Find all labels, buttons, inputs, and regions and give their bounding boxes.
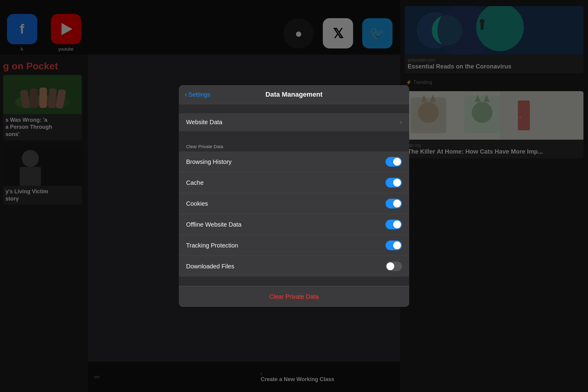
website-data-label: Website Data [186,119,222,126]
browsing-history-label: Browsing History [186,158,232,165]
website-data-group: Website Data › [179,113,409,131]
modal-footer: Clear Private Data [179,286,409,307]
cookies-toggle[interactable] [386,199,402,208]
website-data-chevron-icon: › [400,119,402,125]
modal-title: Data Management [266,91,322,98]
tracking-protection-label: Tracking Protection [186,242,238,249]
header-spacer [179,104,409,113]
toggle-knob [386,262,394,270]
cookies-label: Cookies [186,200,208,207]
browsing-history-toggle[interactable] [386,157,402,167]
website-data-row[interactable]: Website Data › [179,113,409,131]
toggle-row-downloaded-files: Downloaded Files [179,256,409,277]
offline-website-data-label: Offline Website Data [186,221,242,228]
offline-website-data-toggle[interactable] [386,220,402,229]
toggle-knob [393,200,401,208]
section-spacer [179,131,409,140]
downloaded-files-toggle[interactable] [386,261,402,271]
back-label: Settings [188,91,210,98]
toggle-row-browsing-history: Browsing History [179,151,409,172]
data-management-modal: ‹ Settings Data Management Website Data … [179,85,409,307]
back-button[interactable]: ‹ Settings [185,91,210,98]
modal-header: ‹ Settings Data Management [179,85,409,104]
toggle-knob [393,221,401,228]
cache-label: Cache [186,179,204,186]
toggle-knob [393,158,401,166]
clear-private-data-section-label: Clear Private Data [179,140,409,151]
clear-private-data-button[interactable]: Clear Private Data [269,293,319,300]
footer-spacer [179,277,409,286]
toggle-row-tracking-protection: Tracking Protection [179,235,409,256]
toggle-row-offline-website-data: Offline Website Data [179,214,409,235]
toggle-knob [393,179,401,187]
toggle-knob [393,241,401,249]
toggle-row-cookies: Cookies [179,193,409,214]
cache-toggle[interactable] [386,178,402,188]
downloaded-files-label: Downloaded Files [186,263,234,270]
tracking-protection-toggle[interactable] [386,241,402,250]
toggles-group: Browsing History Cache Cookies Offline W… [179,151,409,277]
toggle-row-cache: Cache [179,172,409,193]
chevron-left-icon: ‹ [185,91,187,98]
